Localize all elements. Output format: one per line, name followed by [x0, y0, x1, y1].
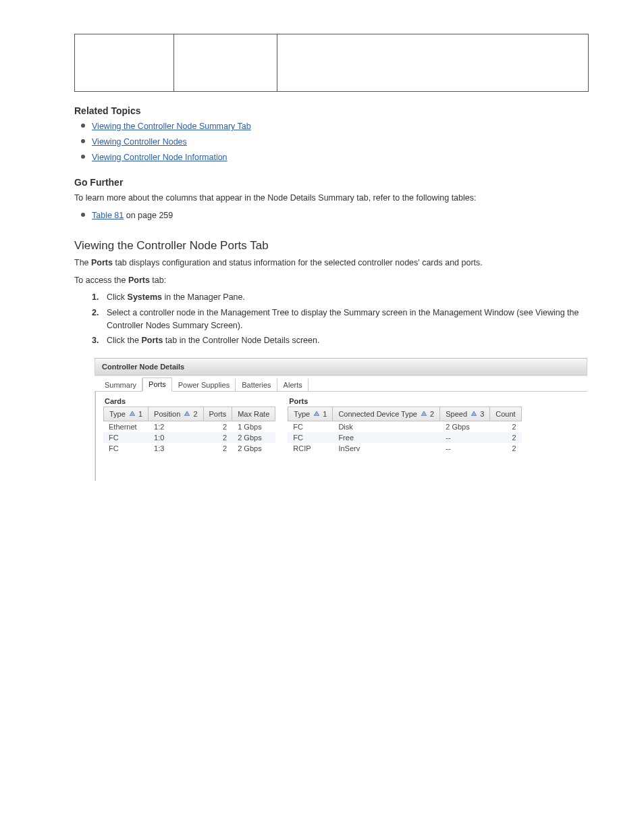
sort-asc-icon — [314, 411, 319, 416]
col-label: Speed — [446, 410, 467, 418]
sort-asc-icon — [130, 411, 135, 416]
bold: Ports — [141, 336, 163, 345]
col-max-rate[interactable]: Max Rate — [232, 407, 275, 421]
controller-node-details-panel: Controller Node Details Summary Ports Po… — [95, 358, 587, 481]
sort-asc-icon — [184, 411, 190, 416]
text: tab displays configuration and status in… — [113, 258, 483, 267]
cell-cdt: Disk — [333, 421, 440, 432]
col-cdt[interactable]: Connected Device Type 2 — [333, 407, 440, 421]
cell — [75, 34, 174, 92]
go-further-list: Table 81 on page 259 — [92, 209, 610, 222]
table-row[interactable]: FC 1:3 2 2 Gbps — [103, 443, 275, 454]
col-label: Count — [495, 410, 515, 418]
cell-maxrate: 2 Gbps — [232, 443, 275, 454]
sort-index: 1 — [323, 410, 327, 418]
step: 2. Select a controller node in the Manag… — [92, 307, 610, 332]
cell-cdt: InServ — [333, 443, 440, 454]
cards-heading: Cards — [103, 397, 275, 405]
cell-maxrate: 1 Gbps — [232, 421, 275, 432]
steps-list: 1. Click Systems in the Manager Pane. 2.… — [92, 291, 610, 347]
col-label: Type — [109, 410, 126, 418]
tab-ports[interactable]: Ports — [142, 377, 172, 392]
section-heading: Viewing the Controller Node Ports Tab — [74, 239, 610, 253]
cell-count: 2 — [490, 432, 521, 443]
related-link[interactable]: Viewing Controller Nodes — [92, 137, 187, 147]
text: tab: — [150, 276, 166, 285]
tab-summary[interactable]: Summary — [99, 378, 142, 392]
cell-type: FC — [103, 432, 149, 443]
to-access-line: To access the Ports tab: — [74, 274, 594, 287]
col-speed[interactable]: Speed 3 — [440, 407, 490, 421]
sort-index: 1 — [138, 410, 142, 418]
col-label: Ports — [209, 410, 227, 418]
ports-subpanel: Ports Type 1 Connected Device Type — [288, 397, 521, 454]
tab-batteries[interactable]: Batteries — [236, 378, 277, 392]
cards-subpanel: Cards Type 1 Position 2 — [103, 397, 275, 454]
svg-marker-1 — [184, 411, 190, 416]
step-number: 1. — [92, 291, 99, 304]
top-metadata-table — [74, 34, 589, 92]
col-label: Position — [154, 410, 180, 418]
ports-table: Type 1 Connected Device Type 2 Speed — [288, 407, 521, 454]
text: Click — [107, 292, 128, 302]
ports-heading: Ports — [288, 397, 521, 405]
blank-footer — [34, 481, 610, 562]
sort-index: 2 — [193, 410, 197, 418]
tab-power-supplies[interactable]: Power Supplies — [172, 378, 236, 392]
cell — [277, 34, 589, 92]
related-topics-heading: Related Topics — [74, 105, 610, 116]
cell-speed: 2 Gbps — [440, 421, 490, 432]
cell-count: 2 — [490, 421, 521, 432]
cell-speed: -- — [440, 443, 490, 454]
cell-cdt: Free — [333, 432, 440, 443]
svg-marker-4 — [471, 411, 477, 416]
col-type[interactable]: Type 1 — [288, 407, 333, 421]
table-row[interactable]: RCIP InServ -- 2 — [288, 443, 521, 454]
section-intro: The Ports tab displays configuration and… — [74, 257, 594, 269]
cell-type: RCIP — [288, 443, 333, 454]
text: Click the — [107, 336, 141, 345]
table-row[interactable]: FC Disk 2 Gbps 2 — [288, 421, 521, 432]
col-count[interactable]: Count — [490, 407, 521, 421]
table-row[interactable]: Ethernet 1:2 2 1 Gbps — [103, 421, 275, 432]
related-link[interactable]: Viewing Controller Node Information — [92, 153, 227, 162]
cell-type: FC — [288, 421, 333, 432]
svg-marker-2 — [314, 411, 319, 416]
related-link[interactable]: Viewing the Controller Node Summary Tab — [92, 122, 251, 131]
list-item: Viewing Controller Nodes — [92, 136, 610, 149]
panel-body: Cards Type 1 Position 2 — [95, 392, 587, 481]
cell — [174, 34, 277, 92]
sort-index: 2 — [430, 410, 434, 418]
cell-type: FC — [103, 443, 149, 454]
col-ports[interactable]: Ports — [204, 407, 233, 421]
left-edge-line — [95, 392, 96, 481]
sort-asc-icon — [471, 411, 477, 416]
text: The — [74, 258, 91, 267]
list-item: Viewing Controller Node Information — [92, 151, 610, 164]
related-topics-list: Viewing the Controller Node Summary Tab … — [92, 120, 610, 163]
term: Ports — [91, 258, 113, 267]
cards-table: Type 1 Position 2 Ports Max Rate — [103, 407, 275, 454]
step: 1. Click Systems in the Manager Pane. — [92, 291, 610, 304]
table-row[interactable]: FC Free -- 2 — [288, 432, 521, 443]
step-number: 3. — [92, 334, 99, 347]
cell-position: 1:3 — [149, 443, 203, 454]
cell-type: FC — [288, 432, 333, 443]
cell-speed: -- — [440, 432, 490, 443]
col-type[interactable]: Type 1 — [103, 407, 149, 421]
cell-ports: 2 — [204, 432, 233, 443]
text: tab in the Controller Node Details scree… — [163, 336, 319, 345]
list-item: Viewing the Controller Node Summary Tab — [92, 120, 610, 133]
cell-ports: 2 — [204, 443, 233, 454]
cell-position: 1:0 — [149, 432, 203, 443]
step: 3. Click the Ports tab in the Controller… — [92, 334, 610, 347]
cell-count: 2 — [490, 443, 521, 454]
text: ). — [238, 321, 243, 330]
col-position[interactable]: Position 2 — [149, 407, 203, 421]
table-row[interactable]: FC 1:0 2 2 Gbps — [103, 432, 275, 443]
go-further-body: To learn more about the columns that app… — [74, 192, 594, 205]
table-link[interactable]: Table 81 — [92, 211, 124, 220]
tab-alerts[interactable]: Alerts — [277, 378, 308, 392]
text: in the Manager Pane. — [162, 292, 245, 302]
col-label: Max Rate — [238, 410, 269, 418]
